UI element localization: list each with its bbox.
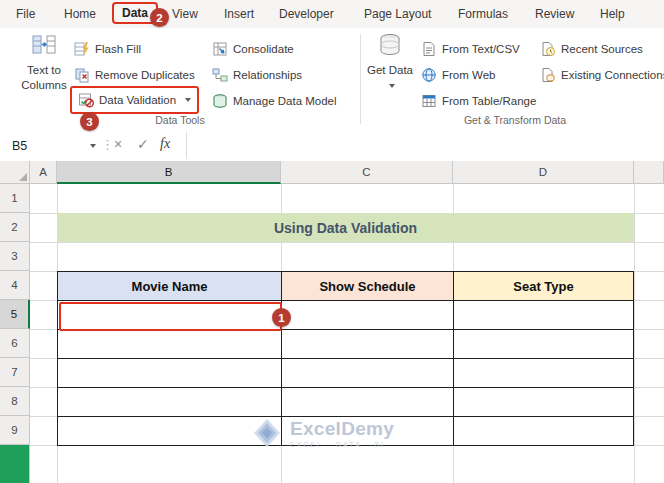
consolidate-button[interactable]: Consolidate bbox=[212, 38, 294, 60]
cancel-icon[interactable]: × bbox=[114, 136, 122, 152]
manage-data-model-button[interactable]: Manage Data Model bbox=[212, 90, 337, 112]
row-header-3[interactable]: 3 bbox=[0, 242, 30, 271]
tab-developer[interactable]: Developer bbox=[279, 7, 334, 21]
tab-home[interactable]: Home bbox=[64, 7, 96, 21]
data-table: Movie Name Show Schedule Seat Type bbox=[57, 271, 634, 446]
insert-function-fx-icon[interactable]: fx bbox=[160, 136, 170, 152]
remove-duplicates-label: Remove Duplicates bbox=[95, 69, 195, 81]
cell-b6[interactable] bbox=[58, 330, 282, 359]
cell-b7[interactable] bbox=[58, 359, 282, 388]
cell-c5[interactable] bbox=[282, 301, 454, 330]
from-text-csv-label: From Text/CSV bbox=[442, 43, 520, 55]
annotation-step-1-badge: 1 bbox=[272, 308, 291, 327]
column-header-d[interactable]: D bbox=[453, 161, 634, 184]
cell-d7[interactable] bbox=[454, 359, 634, 388]
select-all-corner[interactable] bbox=[0, 161, 30, 184]
existing-connections-button[interactable]: Existing Connections bbox=[540, 64, 664, 86]
row-header-9[interactable]: 9 bbox=[0, 416, 30, 445]
get-data-dropdown-caret[interactable] bbox=[389, 84, 395, 88]
ribbon-data-tab-content: Text to Columns Flash Fill Remove Duplic… bbox=[0, 28, 664, 132]
formula-bar-separator: ⋮ bbox=[101, 137, 114, 152]
tab-file[interactable]: File bbox=[16, 7, 35, 21]
cell-c6[interactable] bbox=[282, 330, 454, 359]
group-label-data-tools: Data Tools bbox=[10, 114, 350, 126]
text-to-columns-icon bbox=[30, 31, 58, 59]
cell-c9[interactable] bbox=[282, 417, 454, 446]
cell-b8[interactable] bbox=[58, 388, 282, 417]
row-header-2[interactable]: 2 bbox=[0, 213, 30, 242]
recent-sources-icon bbox=[540, 41, 556, 57]
excel-window: File Home Data 2 View Insert Developer P… bbox=[0, 0, 664, 483]
name-box-dropdown-caret[interactable] bbox=[90, 144, 96, 148]
cell-d9[interactable] bbox=[454, 417, 634, 446]
from-web-icon bbox=[421, 67, 437, 83]
tab-help[interactable]: Help bbox=[600, 7, 625, 21]
tab-formulas[interactable]: Formulas bbox=[458, 7, 508, 21]
from-table-range-button[interactable]: From Table/Range bbox=[421, 90, 536, 112]
relationships-icon bbox=[212, 67, 228, 83]
cell-d5[interactable] bbox=[454, 301, 634, 330]
enter-check-icon[interactable]: ✓ bbox=[137, 136, 149, 152]
get-data-label: Get Data bbox=[367, 64, 413, 76]
manage-data-model-icon bbox=[212, 93, 228, 109]
flash-fill-button[interactable]: Flash Fill bbox=[74, 38, 141, 60]
table-header-show-schedule[interactable]: Show Schedule bbox=[282, 272, 454, 301]
worksheet: A B C D 1 2 3 4 5 6 7 8 9 Using Data Val… bbox=[0, 161, 664, 483]
relationships-label: Relationships bbox=[233, 69, 302, 81]
table-header-movie-name[interactable]: Movie Name bbox=[58, 272, 282, 301]
remove-duplicates-button[interactable]: Remove Duplicates bbox=[74, 64, 195, 86]
from-text-csv-button[interactable]: From Text/CSV bbox=[421, 38, 520, 60]
get-data-button[interactable]: Get Data bbox=[366, 31, 414, 127]
table-header-seat-type[interactable]: Seat Type bbox=[454, 272, 634, 301]
data-validation-icon bbox=[78, 92, 94, 108]
row-header-4[interactable]: 4 bbox=[0, 271, 30, 300]
cell-d8[interactable] bbox=[454, 388, 634, 417]
gridline-h bbox=[30, 242, 664, 243]
relationships-button[interactable]: Relationships bbox=[212, 64, 302, 86]
cell-b9[interactable] bbox=[58, 417, 282, 446]
row-header-5[interactable]: 5 bbox=[0, 300, 30, 329]
data-validation-button[interactable]: Data Validation bbox=[70, 86, 199, 114]
row-header-1[interactable]: 1 bbox=[0, 184, 30, 213]
from-table-range-icon bbox=[421, 93, 437, 109]
name-box[interactable]: B5 bbox=[0, 131, 98, 160]
active-cell-annotation-box bbox=[59, 302, 282, 331]
tab-data[interactable]: Data bbox=[122, 6, 148, 20]
existing-connections-icon bbox=[540, 67, 556, 83]
data-validation-label: Data Validation bbox=[99, 94, 176, 106]
tab-view[interactable]: View bbox=[172, 7, 198, 21]
group-label-get-transform: Get & Transform Data bbox=[366, 114, 664, 126]
consolidate-label: Consolidate bbox=[233, 43, 294, 55]
flash-fill-label: Flash Fill bbox=[95, 43, 141, 55]
ribbon-tab-bar: File Home Data 2 View Insert Developer P… bbox=[0, 0, 664, 28]
data-validation-dropdown-caret[interactable] bbox=[185, 98, 191, 102]
from-web-label: From Web bbox=[442, 69, 495, 81]
tab-insert[interactable]: Insert bbox=[224, 7, 254, 21]
ribbon-group-divider bbox=[360, 34, 361, 124]
column-header-a[interactable]: A bbox=[30, 161, 57, 184]
text-to-columns-label: Text to Columns bbox=[16, 63, 72, 93]
get-data-icon bbox=[376, 31, 404, 59]
worksheet-title-cell[interactable]: Using Data Validation bbox=[57, 213, 634, 242]
row-header-7[interactable]: 7 bbox=[0, 358, 30, 387]
recent-sources-label: Recent Sources bbox=[561, 43, 643, 55]
cell-d6[interactable] bbox=[454, 330, 634, 359]
text-to-columns-button[interactable]: Text to Columns bbox=[16, 31, 72, 127]
column-header-e-partial[interactable] bbox=[634, 161, 664, 184]
formula-bar: B5 ⋮ × ✓ fx bbox=[0, 131, 664, 162]
row-header-6[interactable]: 6 bbox=[0, 329, 30, 358]
row-header-8[interactable]: 8 bbox=[0, 387, 30, 416]
tab-page-layout[interactable]: Page Layout bbox=[364, 7, 431, 21]
cell-c8[interactable] bbox=[282, 388, 454, 417]
formula-input[interactable] bbox=[186, 132, 664, 159]
column-header-b[interactable]: B bbox=[57, 161, 281, 184]
cell-c7[interactable] bbox=[282, 359, 454, 388]
tab-review[interactable]: Review bbox=[535, 7, 574, 21]
column-header-c[interactable]: C bbox=[281, 161, 453, 184]
recent-sources-button[interactable]: Recent Sources bbox=[540, 38, 643, 60]
from-web-button[interactable]: From Web bbox=[421, 64, 495, 86]
manage-data-model-label: Manage Data Model bbox=[233, 95, 337, 107]
gridline-v bbox=[634, 184, 635, 483]
consolidate-icon bbox=[212, 41, 228, 57]
remove-duplicates-icon bbox=[74, 67, 90, 83]
